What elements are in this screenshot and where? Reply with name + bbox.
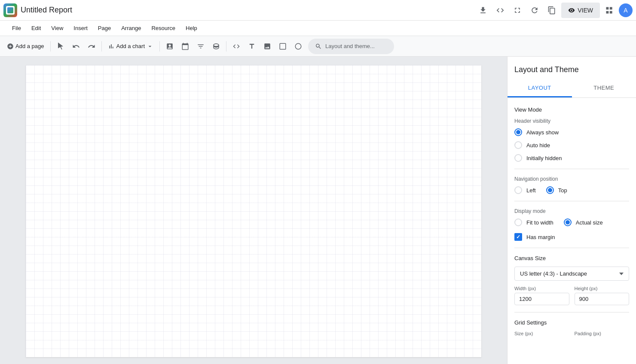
canvas-size-dropdown[interactable]: US letter (4:3) - LandscapeUS letter (4:… <box>514 267 629 281</box>
tab-layout[interactable]: LAYOUT <box>508 79 572 97</box>
add-page-button[interactable]: Add a page <box>3 39 48 54</box>
nav-left-radio[interactable] <box>514 186 522 194</box>
svg-point-1 <box>295 43 301 49</box>
redo-button[interactable] <box>84 39 99 54</box>
header-initially-hidden-label: Initially hidden <box>526 155 562 161</box>
header-initially-hidden-radio[interactable] <box>514 154 522 162</box>
nav-left-label: Left <box>526 187 536 194</box>
display-mode-label: Display mode <box>514 208 629 214</box>
view-mode-label: View Mode <box>514 106 629 113</box>
header-auto-hide-label: Auto hide <box>526 142 550 149</box>
top-right-actions: VIEW A <box>475 3 633 18</box>
header-auto-hide-radio[interactable] <box>514 141 522 149</box>
menu-insert[interactable]: Insert <box>68 22 93 34</box>
height-input[interactable] <box>575 293 630 305</box>
menu-help[interactable]: Help <box>180 22 202 34</box>
add-page-label: Add a page <box>15 43 44 49</box>
grid-size-label: Size (px) <box>514 331 569 336</box>
app-logo <box>3 3 17 17</box>
display-fit-radio[interactable] <box>514 218 522 226</box>
menu-edit[interactable]: Edit <box>26 22 46 34</box>
height-label: Height (px) <box>575 286 630 291</box>
circle-button[interactable] <box>291 39 306 54</box>
view-button[interactable]: VIEW <box>561 3 600 18</box>
grid-size-field: Size (px) <box>514 331 569 338</box>
panel-layout-content: View Mode Header visibility Always show … <box>508 98 636 345</box>
header-auto-hide-option[interactable]: Auto hide <box>514 141 629 149</box>
has-margin-label: Has margin <box>526 234 555 240</box>
divider-4 <box>514 312 629 312</box>
divider-3 <box>514 248 629 248</box>
width-input[interactable] <box>514 293 569 305</box>
scorecard-button[interactable] <box>162 39 177 54</box>
search-placeholder: Layout and theme... <box>325 43 375 49</box>
embed-code-button[interactable] <box>492 3 508 18</box>
add-chart-label: Add a chart <box>116 43 145 49</box>
width-field: Width (px) <box>514 286 569 305</box>
select-tool[interactable] <box>53 39 68 54</box>
embed-code-toolbar-button[interactable] <box>229 39 244 54</box>
search-box[interactable]: Layout and theme... <box>308 39 394 54</box>
filter-control-button[interactable] <box>193 39 208 54</box>
fullscreen-button[interactable] <box>510 3 525 18</box>
tab-theme[interactable]: THEME <box>572 79 636 97</box>
nav-top-radio[interactable] <box>546 186 554 194</box>
toolbar-separator-3 <box>159 41 160 52</box>
menu-arrange[interactable]: Arrange <box>116 22 146 34</box>
menu-view[interactable]: View <box>46 22 68 34</box>
text-button[interactable] <box>245 39 259 54</box>
toolbar-separator-1 <box>50 41 51 52</box>
nav-left-option[interactable]: Left <box>514 186 536 194</box>
undo-button[interactable] <box>69 39 83 54</box>
header-visibility-label: Header visibility <box>514 118 629 124</box>
right-panel: Layout and Theme LAYOUT THEME View Mode … <box>507 57 636 364</box>
avatar[interactable]: A <box>619 3 633 17</box>
toolbar-separator-4 <box>226 41 226 52</box>
report-canvas <box>26 65 481 357</box>
padding-label: Padding (px) <box>575 331 630 336</box>
menu-file[interactable]: File <box>7 22 26 34</box>
display-fit-label: Fit to width <box>526 219 553 226</box>
header-always-show-radio[interactable] <box>514 128 522 136</box>
panel-tabs: LAYOUT THEME <box>508 79 636 98</box>
nav-top-label: Top <box>558 187 567 194</box>
header-always-show-label: Always show <box>526 129 559 136</box>
display-actual-radio[interactable] <box>564 218 572 226</box>
toolbar-separator-2 <box>101 41 102 52</box>
copy-button[interactable] <box>544 3 560 18</box>
menu-page[interactable]: Page <box>93 22 116 34</box>
add-chart-button[interactable]: Add a chart <box>104 39 157 54</box>
main-content: Layout and Theme LAYOUT THEME View Mode … <box>0 57 636 364</box>
display-fit-option[interactable]: Fit to width <box>514 218 553 226</box>
divider-1 <box>514 169 629 169</box>
width-label: Width (px) <box>514 286 569 291</box>
display-actual-label: Actual size <box>576 219 603 226</box>
menu-resource[interactable]: Resource <box>146 22 180 34</box>
svg-rect-0 <box>280 43 286 49</box>
display-actual-option[interactable]: Actual size <box>564 218 603 226</box>
panel-title: Layout and Theme <box>508 57 636 79</box>
toolbar: Add a page Add a chart <box>0 36 636 57</box>
canvas-area[interactable] <box>0 57 507 364</box>
grid-settings-label: Grid Settings <box>514 319 629 326</box>
canvas-size-label: Canvas Size <box>514 255 629 261</box>
height-field: Height (px) <box>575 286 630 305</box>
top-bar: Untitled Report VIEW A <box>0 0 636 21</box>
divider-2 <box>514 201 629 201</box>
padding-field: Padding (px) <box>575 331 630 338</box>
header-always-show-option[interactable]: Always show <box>514 128 629 136</box>
grid-button[interactable] <box>602 3 617 18</box>
display-options: Fit to width Actual size <box>514 218 629 226</box>
rectangle-button[interactable] <box>275 39 290 54</box>
menu-bar: File Edit View Insert Page Arrange Resou… <box>0 21 636 36</box>
header-initially-hidden-option[interactable]: Initially hidden <box>514 154 629 162</box>
refresh-button[interactable] <box>527 3 542 18</box>
canvas-size-inputs: Width (px) Height (px) <box>514 286 629 305</box>
data-control-button[interactable] <box>209 39 223 54</box>
has-margin-option[interactable]: Has margin <box>514 233 629 241</box>
date-control-button[interactable] <box>178 39 193 54</box>
download-button[interactable] <box>475 3 491 18</box>
nav-top-option[interactable]: Top <box>546 186 567 194</box>
has-margin-checkbox[interactable] <box>514 233 522 241</box>
image-button[interactable] <box>260 39 275 54</box>
